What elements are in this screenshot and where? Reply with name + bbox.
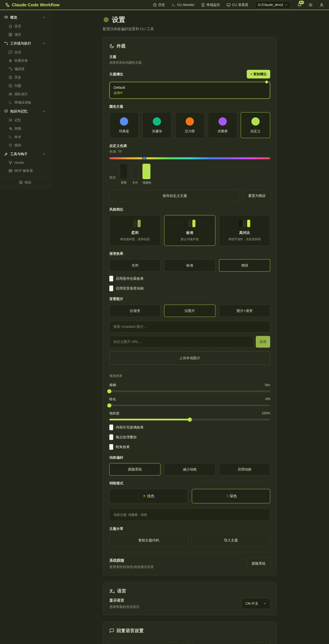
checkbox-unchecked[interactable] [109,286,113,291]
gradient-enhanced-button[interactable]: 增强 [219,259,270,272]
bg-gradient-only-button[interactable]: 仅渐变 [109,304,161,317]
sidebar-item-label: MCP 服务器 [15,168,33,173]
darken-slider[interactable] [109,404,270,406]
hue-slider-handle[interactable] [142,156,146,160]
upload-local-image-button[interactable]: 上传本地图片 [109,351,270,365]
nav-cli-monitor[interactable]: CLI Monitor [172,3,194,7]
checkbox-unchecked[interactable] [109,434,113,440]
reset-preset-button[interactable]: 重置为预设 [243,190,270,202]
chevron-up-icon [42,15,46,19]
unsplash-search-input[interactable] [109,321,270,332]
light-mode-button[interactable]: ☀ 浅色 [109,489,188,503]
workflow-icon [4,41,8,45]
sidebar-item-memory[interactable]: 记忆 [2,116,49,124]
saturation-slider[interactable] [109,419,270,420]
sidebar-group-tools[interactable]: 工具与钩子 [2,150,49,159]
theme-option-deep-green[interactable]: 深邃绿 [142,112,172,138]
sidebar-item-label: 记忆 [15,118,21,122]
user-menu-button[interactable] [319,3,324,7]
hue-slider[interactable] [109,157,270,159]
theme-option-vibrant-orange[interactable]: 活力橙 [175,112,205,138]
nav-terminal-monitor[interactable]: 终端监控 [201,2,220,7]
sidebar-item-projects[interactable]: 项目 [2,30,49,39]
style-desc: 默认均衡外观 [167,237,212,241]
dark-mode-button[interactable]: ☽ 深色 [192,489,270,503]
project-selector[interactable]: D:/Claude_dms3 [255,1,290,9]
theme-option-custom[interactable]: 自定义 [241,112,270,138]
checkbox-unchecked[interactable] [109,444,113,450]
collapse-icon [19,180,23,184]
motion-follow-system-button[interactable]: 跟随系统 [109,463,161,476]
sidebar-item-commands[interactable]: 命令 [2,133,49,141]
sidebar-item-home[interactable]: 首页 [2,22,49,30]
divider [109,371,270,371]
hover-glow-checkbox-row[interactable]: 启用悬停光晕效果 [109,276,270,282]
blur-slider[interactable] [109,390,270,392]
project-name: D:/Claude_dms3 [258,3,283,7]
slider-thumb[interactable] [107,389,111,393]
sidebar-item-hooks[interactable]: Hooks [2,159,49,166]
theme-option-classic-blue[interactable]: 经典蓝 [109,112,139,138]
sidebar-group-overview[interactable]: 概览 [2,13,49,22]
motion-enable-button[interactable]: 启用动效 [219,463,270,476]
gradient-off-button[interactable]: 关闭 [109,259,161,272]
sidebar-item-label: 命令 [15,134,21,139]
theme-option-elegant-purple[interactable]: 优雅紫 [208,112,237,138]
sidebar-item-mcp-servers[interactable]: MCP 服务器 [2,166,49,175]
save-custom-theme-button[interactable]: 保存自定义主题 [109,190,240,202]
style-option-standard[interactable]: 标准 默认均衡外观 [164,215,215,246]
custom-image-url-input[interactable] [109,336,253,348]
sidebar-item-history[interactable]: 历史 [2,73,49,82]
app-brand[interactable]: Claude Code Workflow [5,2,60,7]
layers-icon [4,15,8,19]
nav-cli-monitor-label: CLI Monitor [177,3,194,7]
sidebar-item-label: 会话 [15,50,21,54]
sidebar-item-issues[interactable]: 问题 [2,82,49,90]
language-select[interactable]: CN 中文 [242,598,270,609]
sidebar-group-knowledge[interactable]: 知识与记忆 [2,107,49,116]
brain-icon [4,109,8,113]
slider-thumb[interactable] [107,404,111,408]
sidebar-item-sessions[interactable]: 会话 [2,48,49,56]
apply-url-button[interactable]: 应用 [256,336,270,348]
noise-checkbox-row[interactable]: 噪点纹理叠加 [109,434,270,440]
copy-slot-button[interactable]: + 复制槽位 [247,70,270,78]
glass-checkbox-row[interactable]: 内容区毛玻璃效果 [109,424,270,430]
sidebar-group-workflow[interactable]: 工作流与执行 [2,39,49,48]
nav-cli-viewer[interactable]: CLI 查看器 [227,2,248,7]
theme-toggle-button[interactable] [308,3,313,7]
follow-system-button[interactable]: 跟随系统 [247,558,270,570]
bg-image-gradient-button[interactable]: 图片+渐变 [219,304,270,317]
sidebar-item-team-exec[interactable]: 团队执行 [2,90,49,98]
gradient-standard-button[interactable]: 标准 [164,259,215,272]
bg-animation-checkbox-row[interactable]: 启用背景渐变动画 [109,286,270,291]
sidebar-item-terminal-dashboard[interactable]: 终端仪表板 [2,98,49,107]
style-option-soft[interactable]: 柔和 降低饱和度，柔和色彩 [109,215,161,246]
copy-theme-code-button[interactable]: 复制主题代码 [109,534,188,546]
theme-slot-default[interactable]: Default 使用中 [109,82,270,99]
vignette-checkbox-row[interactable]: 暗角效果 [109,444,270,450]
bg-image-only-button[interactable]: 仅图片 [164,304,215,317]
terminal-icon [172,3,176,7]
sidebar-item-light-tasks[interactable]: 轻量任务 [2,56,49,65]
import-theme-button[interactable]: 导入主题 [192,534,270,546]
preview-card: 卡片 [131,164,139,185]
color-theme-grid: 经典蓝 深邃绿 活力橙 优雅紫 自定义 [109,112,270,138]
top-nav: 历史 CLI Monitor 终端监控 CLI 查看器 D:/Claude_dm… [153,1,324,9]
motion-reduce-button[interactable]: 减少动效 [164,463,215,476]
toggle-disabled-button[interactable]: 已禁用 [249,643,265,644]
blur-slider-row: 模糊0px [109,383,270,392]
checkbox-label: 启用悬停光晕效果 [116,276,144,281]
sidebar-item-skills[interactable]: 技能 [2,124,49,133]
checkbox-unchecked[interactable] [109,276,113,282]
nav-history[interactable]: 历史 [153,2,165,7]
sidebar-collapse-button[interactable]: 收起 [2,177,49,188]
sidebar-item-orchestrator[interactable]: 编排器 [2,65,49,73]
checkbox-unchecked[interactable] [109,424,113,430]
sidebar-item-label: 团队执行 [15,92,28,96]
sidebar-item-rules[interactable]: 规则 [2,141,49,150]
slider-thumb[interactable] [188,418,192,422]
toggle-disabled-button[interactable]: 已禁用 [166,643,183,644]
notifications-button[interactable]: 9+ [297,3,302,7]
style-option-high-contrast[interactable]: 高对比 增强可读性，色彩更鲜明 [219,215,270,246]
